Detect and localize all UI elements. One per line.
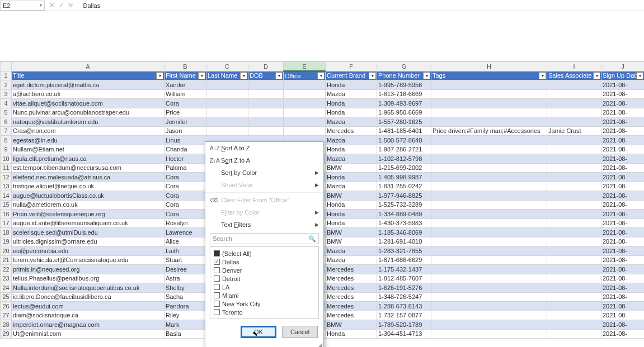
filter-button-dob[interactable]: ▾ xyxy=(275,72,283,79)
cell[interactable] xyxy=(547,89,601,99)
cell[interactable] xyxy=(547,274,601,283)
cell[interactable]: 2021-08- xyxy=(601,99,645,108)
cell[interactable] xyxy=(206,108,248,117)
cell[interactable]: William xyxy=(164,89,206,99)
cell[interactable]: eget.dictum.placerat@mattis.ca xyxy=(12,80,164,90)
cell[interactable]: Astra xyxy=(164,274,206,283)
cell[interactable]: 2021-08- xyxy=(601,302,645,311)
menu-text-filters[interactable]: Text Filters ▶ xyxy=(205,218,323,231)
row-header[interactable]: 4 xyxy=(1,99,12,108)
cell[interactable]: Mazda xyxy=(326,255,377,265)
cell[interactable]: Jason xyxy=(164,126,206,136)
cell[interactable] xyxy=(547,210,601,219)
cell[interactable] xyxy=(284,99,326,108)
cell[interactable]: ultricies.dignissim@ornare.edu xyxy=(12,237,164,246)
cell[interactable] xyxy=(431,136,547,145)
resize-grip-icon[interactable]: ◢ xyxy=(318,342,322,347)
cell[interactable]: 1-215-699-2002 xyxy=(377,163,431,173)
cell[interactable]: lorem.vehicula.et@Cumsociisnatoque.edu xyxy=(12,255,164,265)
col-header-a[interactable]: A xyxy=(12,62,164,72)
filter-option[interactable]: (Select All) xyxy=(214,249,315,258)
cell[interactable]: Sacha xyxy=(164,292,206,302)
cell[interactable]: 2021-08- xyxy=(601,292,645,302)
cell[interactable] xyxy=(431,292,547,302)
cell[interactable]: Honda xyxy=(326,200,377,210)
cell[interactable] xyxy=(547,145,601,154)
cell[interactable]: est.tempor.bibendum@neccursusa.com xyxy=(12,163,164,173)
cell[interactable] xyxy=(284,80,326,90)
cell[interactable]: Jennifer xyxy=(164,117,206,127)
cell[interactable] xyxy=(284,117,326,127)
cell[interactable] xyxy=(284,126,326,136)
cell[interactable]: primis.in@nequesed.org xyxy=(12,265,164,274)
cell[interactable] xyxy=(206,117,248,127)
cell[interactable]: Proin.velit@scelerisqueneque.org xyxy=(12,210,164,219)
name-box-dropdown-icon[interactable]: ▾ xyxy=(40,3,42,8)
cell[interactable]: egestas@in.edu xyxy=(12,136,164,145)
checkbox-icon[interactable] xyxy=(214,309,220,315)
cell[interactable]: 1-732-157-0877 xyxy=(377,311,431,320)
col-header-b[interactable]: B xyxy=(164,62,206,72)
cell[interactable]: Mercedes xyxy=(326,265,377,274)
ok-button[interactable]: OK ⬉ xyxy=(241,326,276,338)
cell[interactable]: Mazda xyxy=(326,89,377,99)
cell[interactable]: Honda xyxy=(326,173,377,182)
cell[interactable]: natoque@vestibulumlorem.edu xyxy=(12,117,164,127)
checkbox-icon[interactable] xyxy=(214,275,220,282)
col-header-i[interactable]: I xyxy=(547,62,601,72)
cell[interactable]: 1-309-493-9697 xyxy=(377,99,431,108)
filter-values-list[interactable]: (Select All)DallasDenverDetroitLAMiamiNe… xyxy=(210,246,319,319)
row-header[interactable]: 26 xyxy=(1,302,12,311)
filter-option[interactable]: New York City xyxy=(214,300,315,308)
filter-button-office[interactable]: ▾ xyxy=(317,72,325,79)
cell[interactable]: Paloma xyxy=(164,163,206,173)
cell[interactable]: 1-500-572-8640 xyxy=(377,136,431,145)
row-header[interactable]: 10 xyxy=(1,154,12,164)
row-header[interactable]: 7 xyxy=(1,126,12,136)
cell[interactable] xyxy=(206,99,248,108)
cell[interactable]: 2021-08- xyxy=(601,320,645,330)
row-header[interactable]: 16 xyxy=(1,210,12,219)
cell[interactable]: 2021-08- xyxy=(601,182,645,191)
cell[interactable]: diam@sociisnatoque.ca xyxy=(12,311,164,320)
cell[interactable]: Rosalyn xyxy=(164,218,206,228)
cell[interactable]: Cora xyxy=(164,182,206,191)
cell[interactable] xyxy=(431,99,547,108)
checkbox-icon[interactable] xyxy=(214,301,220,307)
cell[interactable] xyxy=(547,329,601,339)
cell[interactable]: Mazda xyxy=(326,246,377,256)
cell[interactable]: tellus.Phasellus@penatibus.org xyxy=(12,274,164,283)
cell[interactable] xyxy=(431,255,547,265)
cell[interactable]: nulla@ametlorem.co.uk xyxy=(12,200,164,210)
cell[interactable]: 2021-08- xyxy=(601,154,645,164)
cell[interactable]: ligula.elit.pretium@risus.ca xyxy=(12,154,164,164)
cell[interactable] xyxy=(547,237,601,246)
row-header[interactable]: 21 xyxy=(1,255,12,265)
cell[interactable]: 1-557-280-1625 xyxy=(377,117,431,127)
filter-option[interactable]: Denver xyxy=(214,266,315,274)
cell[interactable]: 1-525-732-3289 xyxy=(377,200,431,210)
col-header-e[interactable]: E xyxy=(284,62,326,72)
cell[interactable]: 1-812-485-7607 xyxy=(377,274,431,283)
cell[interactable]: Price xyxy=(164,108,206,117)
fx-icon[interactable]: fx xyxy=(68,2,73,9)
cell[interactable]: Nullam@Etiam.net xyxy=(12,145,164,154)
row-header[interactable]: 5 xyxy=(1,108,12,117)
cell[interactable] xyxy=(248,117,284,127)
cell[interactable]: Cora xyxy=(164,99,206,108)
cell[interactable] xyxy=(431,89,547,99)
filter-button-last-name[interactable]: ▾ xyxy=(240,72,247,79)
cell[interactable] xyxy=(248,126,284,136)
row-header[interactable]: 28 xyxy=(1,320,12,330)
cell[interactable]: BMW xyxy=(326,237,377,246)
cell[interactable]: 2021-08- xyxy=(601,283,645,293)
cell[interactable]: 2021-08- xyxy=(601,89,645,99)
cell[interactable]: Mercedes xyxy=(326,274,377,283)
cell[interactable]: Cora xyxy=(164,210,206,219)
cell[interactable]: BMW xyxy=(326,163,377,173)
cell[interactable]: Stuart xyxy=(164,255,206,265)
row-header[interactable]: 17 xyxy=(1,218,12,228)
name-box[interactable]: E2 ▾ xyxy=(0,1,45,11)
cell[interactable]: 2021-08- xyxy=(601,274,645,283)
cell[interactable]: Nunc.pulvinar.arcu@conubianostraper.edu xyxy=(12,108,164,117)
